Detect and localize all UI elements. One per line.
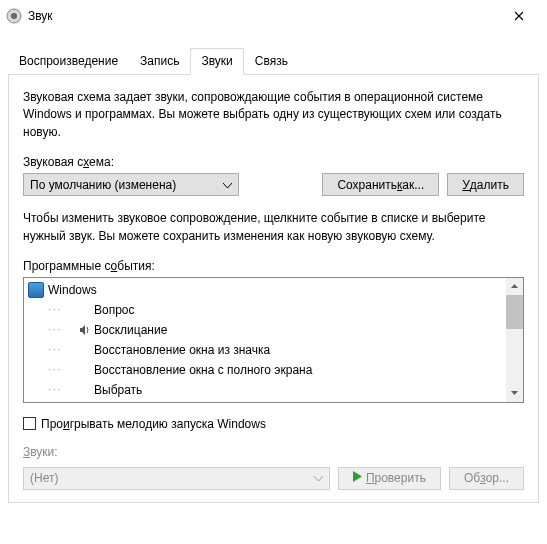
close-button[interactable] bbox=[496, 1, 541, 31]
sounds-label: Звуки: bbox=[23, 445, 524, 459]
events-tree[interactable]: Windows ···Вопрос ···Восклицание ···Восс… bbox=[23, 277, 524, 403]
tab-playback[interactable]: Воспроизведение bbox=[8, 48, 129, 75]
scroll-thumb[interactable] bbox=[506, 295, 523, 329]
startup-sound-label: Проигрывать мелодию запуска Windows bbox=[41, 417, 266, 431]
sound-icon bbox=[76, 324, 94, 336]
startup-sound-checkbox[interactable] bbox=[23, 417, 36, 430]
scheme-combo[interactable]: По умолчанию (изменена) bbox=[23, 173, 239, 196]
chevron-down-icon bbox=[223, 178, 232, 192]
tab-sounds[interactable]: Звуки bbox=[190, 48, 243, 75]
windows-icon bbox=[28, 282, 44, 298]
tab-communications[interactable]: Связь bbox=[244, 48, 299, 75]
events-label: Программные события: bbox=[23, 259, 524, 273]
delete-button[interactable]: Удалить bbox=[447, 173, 524, 196]
sound-file-combo: (Нет) bbox=[23, 467, 330, 490]
window-title: Звук bbox=[28, 9, 496, 23]
scroll-up-button[interactable] bbox=[506, 278, 523, 295]
scheme-description: Звуковая схема задает звуки, сопровождаю… bbox=[23, 89, 524, 141]
tab-strip: Воспроизведение Запись Звуки Связь bbox=[0, 47, 547, 74]
events-description: Чтобы изменить звуковое сопровождение, щ… bbox=[23, 210, 524, 245]
tree-item[interactable]: ···Вопрос bbox=[24, 300, 523, 320]
test-button: Проверить bbox=[338, 467, 441, 490]
tree-item[interactable]: ···Восстановление окна из значка bbox=[24, 340, 523, 360]
tree-item[interactable]: ···Восклицание bbox=[24, 320, 523, 340]
svg-point-1 bbox=[11, 13, 17, 19]
save-as-button[interactable]: Сохранить как... bbox=[322, 173, 439, 196]
chevron-down-icon bbox=[314, 471, 323, 485]
tree-item[interactable]: ···Выбрать bbox=[24, 380, 523, 400]
browse-button: Обзор... bbox=[449, 467, 524, 490]
tree-item[interactable]: ···Восстановление окна с полного экрана bbox=[24, 360, 523, 380]
tree-root-windows[interactable]: Windows bbox=[24, 280, 523, 300]
tab-recording[interactable]: Запись bbox=[129, 48, 190, 75]
scheme-label: Звуковая схема: bbox=[23, 155, 524, 169]
speaker-app-icon bbox=[6, 8, 22, 24]
play-icon bbox=[353, 471, 362, 485]
scroll-down-button[interactable] bbox=[506, 385, 523, 402]
scrollbar[interactable] bbox=[506, 278, 523, 402]
